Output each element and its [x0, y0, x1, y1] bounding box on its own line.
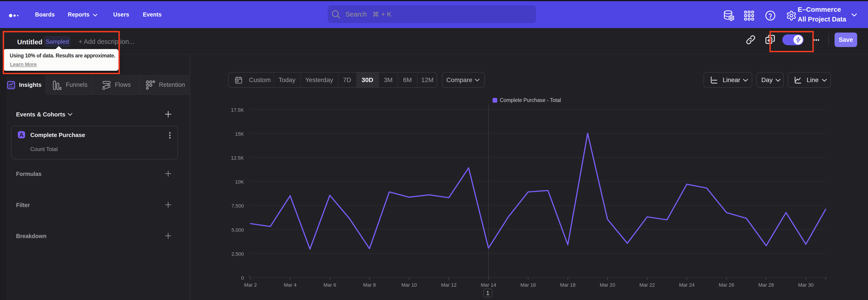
svg-text:Mar 22: Mar 22	[640, 282, 655, 288]
svg-text:2,500: 2,500	[231, 251, 244, 257]
svg-text:Mar 2: Mar 2	[244, 282, 257, 288]
svg-text:17.5K: 17.5K	[231, 107, 244, 113]
svg-text:Mar 30: Mar 30	[798, 282, 813, 288]
svg-text:Mar 28: Mar 28	[758, 282, 774, 288]
svg-text:Mar 20: Mar 20	[600, 282, 615, 288]
svg-text:Mar 26: Mar 26	[719, 282, 734, 288]
svg-text:10K: 10K	[235, 179, 244, 185]
svg-text:12.5K: 12.5K	[231, 155, 244, 161]
svg-text:7,500: 7,500	[231, 203, 244, 209]
svg-text:Mar 4: Mar 4	[284, 282, 296, 288]
svg-text:Mar 16: Mar 16	[520, 282, 536, 288]
svg-text:0: 0	[241, 275, 244, 281]
svg-text:15K: 15K	[235, 131, 244, 137]
svg-text:Mar 10: Mar 10	[401, 282, 417, 288]
svg-text:Mar 6: Mar 6	[323, 282, 336, 288]
svg-text:Mar 12: Mar 12	[441, 282, 456, 288]
svg-text:Mar 8: Mar 8	[363, 282, 376, 288]
svg-text:Mar 18: Mar 18	[560, 282, 576, 288]
svg-text:Mar 24: Mar 24	[679, 282, 694, 288]
svg-text:Mar 14: Mar 14	[481, 282, 496, 288]
svg-text:5,000: 5,000	[231, 227, 244, 233]
